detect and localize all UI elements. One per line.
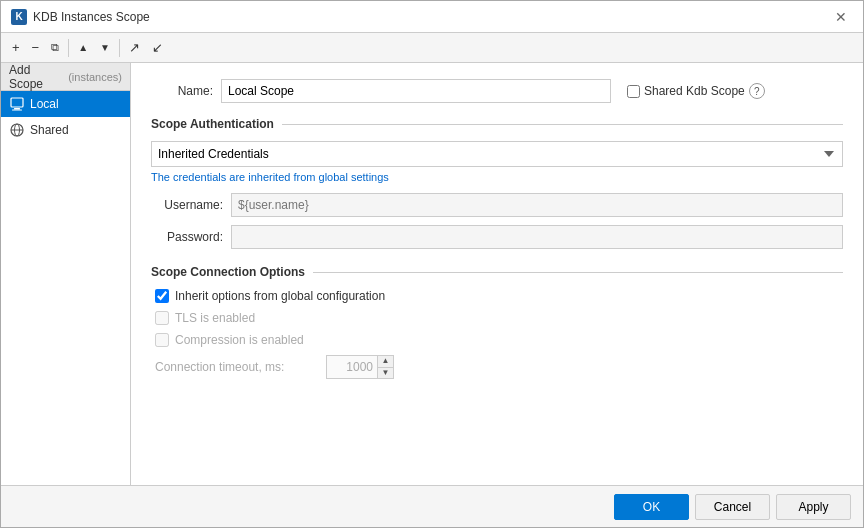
local-label: Local: [30, 97, 59, 111]
svg-rect-2: [12, 110, 22, 111]
shared-kdb-scope-row: Shared Kdb Scope ?: [627, 83, 765, 99]
title-bar: K KDB Instances Scope ✕: [1, 1, 863, 33]
tls-label: TLS is enabled: [175, 311, 255, 325]
dialog: K KDB Instances Scope ✕ + − ⧉ ▲ ▼ ↗ ↙ Ad…: [0, 0, 864, 528]
sidebar-item-shared[interactable]: Shared: [1, 117, 130, 143]
timeout-row: Connection timeout, ms: ▲ ▼: [151, 355, 843, 379]
sidebar-header: Add Scope (instances): [1, 63, 130, 91]
username-input[interactable]: [231, 193, 843, 217]
shared-kdb-checkbox[interactable]: [627, 85, 640, 98]
toolbar: + − ⧉ ▲ ▼ ↗ ↙: [1, 33, 863, 63]
username-row: Username:: [151, 193, 843, 217]
shared-icon: [9, 122, 25, 138]
sidebar: Add Scope (instances) Local: [1, 63, 131, 485]
svg-rect-1: [14, 108, 20, 110]
shared-label: Shared: [30, 123, 69, 137]
toolbar-separator-2: [119, 39, 120, 57]
auth-dropdown[interactable]: Inherited Credentials Custom Credentials: [151, 141, 843, 167]
move-up-button[interactable]: ▲: [73, 37, 93, 59]
title-bar-left: K KDB Instances Scope: [11, 9, 150, 25]
shared-kdb-help-icon[interactable]: ?: [749, 83, 765, 99]
inherit-options-row: Inherit options from global configuratio…: [151, 289, 843, 303]
scope-connection-section: Scope Connection Options Inherit options…: [151, 265, 843, 379]
spinner-up-button[interactable]: ▲: [377, 356, 393, 368]
main-panel: Name: Shared Kdb Scope ? Scope Authentic…: [131, 63, 863, 485]
name-input[interactable]: [221, 79, 611, 103]
password-row: Password:: [151, 225, 843, 249]
remove-button[interactable]: −: [27, 37, 45, 59]
app-icon: K: [11, 9, 27, 25]
move-down-button[interactable]: ▼: [95, 37, 115, 59]
content-area: Add Scope (instances) Local: [1, 63, 863, 485]
add-button[interactable]: +: [7, 37, 25, 59]
spinner-buttons: ▲ ▼: [377, 356, 393, 378]
svg-rect-0: [11, 98, 23, 107]
local-icon: [9, 96, 25, 112]
sub-header: (instances): [68, 71, 122, 83]
export-button[interactable]: ↗: [124, 37, 145, 59]
password-label: Password:: [151, 230, 231, 244]
apply-button[interactable]: Apply: [776, 494, 851, 520]
compression-label: Compression is enabled: [175, 333, 304, 347]
scope-auth-title: Scope Authentication: [151, 117, 843, 131]
cancel-button[interactable]: Cancel: [695, 494, 770, 520]
username-label: Username:: [151, 198, 231, 212]
name-label: Name:: [151, 84, 221, 98]
ok-button[interactable]: OK: [614, 494, 689, 520]
inherit-options-label: Inherit options from global configuratio…: [175, 289, 385, 303]
dialog-title: KDB Instances Scope: [33, 10, 150, 24]
scope-auth-section: Scope Authentication Inherited Credentia…: [151, 117, 843, 249]
copy-button[interactable]: ⧉: [46, 37, 64, 59]
footer: OK Cancel Apply: [1, 485, 863, 527]
timeout-input[interactable]: [327, 356, 377, 378]
scope-connection-title: Scope Connection Options: [151, 265, 843, 279]
import-button[interactable]: ↙: [147, 37, 168, 59]
tls-checkbox[interactable]: [155, 311, 169, 325]
timeout-label: Connection timeout, ms:: [155, 360, 320, 374]
timeout-spinner: ▲ ▼: [326, 355, 394, 379]
tls-row: TLS is enabled: [151, 311, 843, 325]
inherit-options-checkbox[interactable]: [155, 289, 169, 303]
toolbar-separator-1: [68, 39, 69, 57]
shared-kdb-label: Shared Kdb Scope: [644, 84, 745, 98]
close-button[interactable]: ✕: [829, 8, 853, 26]
spinner-down-button[interactable]: ▼: [377, 368, 393, 379]
password-input[interactable]: [231, 225, 843, 249]
name-row: Name: Shared Kdb Scope ?: [151, 79, 843, 103]
compression-row: Compression is enabled: [151, 333, 843, 347]
sidebar-item-local[interactable]: Local: [1, 91, 130, 117]
inherited-note: The credentials are inherited from globa…: [151, 171, 843, 183]
compression-checkbox[interactable]: [155, 333, 169, 347]
